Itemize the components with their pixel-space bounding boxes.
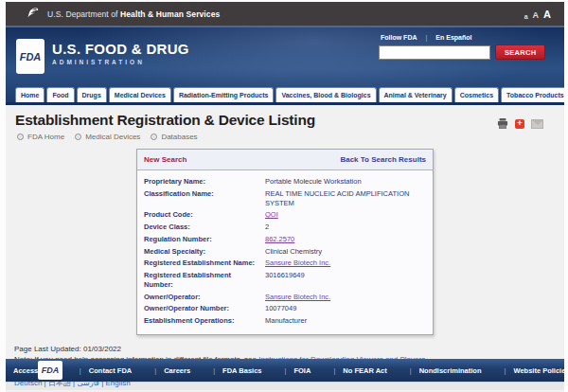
footer-link-foia[interactable]: FOIA	[286, 366, 335, 375]
tab-cosmetics[interactable]: Cosmetics	[454, 87, 499, 102]
header-right: Follow FDA | En Español SEARCH	[379, 34, 541, 60]
dept-bold: Health & Human Services	[120, 9, 220, 19]
font-size-medium-button[interactable]: A	[533, 10, 540, 20]
dept-label: U.S. Department of Health & Human Servic…	[47, 9, 220, 19]
breadcrumb-label: Medical Devices	[85, 133, 140, 141]
footer-link-website-policies[interactable]: Website Policies / Privacy	[506, 366, 568, 375]
field-value: REAL TIME NUCLEIC ACID AMPLIFICATION SYS…	[265, 189, 426, 208]
field-value: Clinical Chemistry	[265, 247, 426, 257]
field-label: Medical Specialty:	[144, 247, 265, 257]
breadcrumb-medical-devices[interactable]: Medical Devices	[75, 133, 140, 141]
footer-link-contact-fda[interactable]: Contact FDA	[81, 366, 156, 375]
agency-name-line2: ADMINISTRATION	[52, 59, 189, 65]
owner-operator-link[interactable]: Sansure Biotech Inc.	[265, 293, 426, 302]
field-value: 3016619649	[265, 271, 426, 290]
breadcrumb-label: Databases	[161, 133, 197, 141]
browser-viewport: U.S. Department of Health & Human Servic…	[0, 0, 568, 392]
fda-page: U.S. Department of Health & Human Servic…	[6, 2, 564, 392]
fda-logo[interactable]: FDA	[16, 39, 44, 74]
header-link-separator: |	[426, 34, 428, 41]
field-label: Classification Name:	[144, 189, 265, 208]
breadcrumb: FDA Home Medical Devices Databases	[6, 129, 564, 141]
agency-name: U.S. FOOD & DRUG ADMINISTRATION	[52, 41, 189, 65]
registered-establishment-name-link[interactable]: Sansure Biotech Inc.	[265, 258, 426, 268]
footer-links: Accessibility Contact FDA Careers FDA Ba…	[6, 366, 568, 375]
font-size-large-button[interactable]: A	[543, 9, 551, 20]
table-row: Product Code: QOI	[144, 210, 426, 220]
device-record-panel: New Search Back To Search Results Propri…	[136, 149, 434, 335]
font-size-small-button[interactable]: a	[524, 13, 528, 20]
footer-link-nondiscrimination[interactable]: Nondiscrimination	[412, 366, 506, 375]
footer-fda-logo[interactable]: FDA	[38, 361, 62, 380]
field-label: Establishment Operations:	[144, 316, 265, 326]
email-icon[interactable]	[531, 119, 543, 129]
page-title: Establishment Registration & Device List…	[6, 105, 564, 129]
share-icon[interactable]: +	[515, 119, 524, 129]
search-bar: SEARCH	[379, 45, 541, 60]
field-label: Device Class:	[144, 223, 265, 232]
field-label: Proprietary Name:	[144, 177, 265, 187]
footer-link-no-fear-act[interactable]: No FEAR Act	[335, 366, 411, 375]
record-table: Proprietary Name: Portable Molecule Work…	[137, 170, 433, 334]
table-row: Medical Specialty: Clinical Chemistry	[144, 247, 426, 257]
field-label: Owner/Operator Number:	[144, 304, 265, 313]
search-button[interactable]: SEARCH	[495, 45, 545, 60]
breadcrumb-fda-home[interactable]: FDA Home	[17, 133, 64, 141]
panel-header: New Search Back To Search Results	[137, 150, 433, 170]
tab-animal-veterinary[interactable]: Animal & Veterinary	[379, 87, 453, 102]
table-row: Registered Establishment Name: Sansure B…	[144, 258, 426, 268]
breadcrumb-bullet-icon	[75, 134, 81, 140]
search-input[interactable]	[379, 45, 490, 60]
table-row: Regulation Number: 862.2570	[144, 235, 426, 244]
regulation-number-link[interactable]: 862.2570	[265, 235, 426, 244]
field-label: Registered Establishment Name:	[144, 258, 265, 268]
field-label: Owner/Operator:	[144, 293, 265, 302]
table-row: Device Class: 2	[144, 223, 426, 232]
field-value: 10077049	[265, 304, 426, 313]
table-row: Owner/Operator: Sansure Biotech Inc.	[144, 293, 426, 302]
dept-prefix: U.S. Department of	[47, 9, 118, 19]
page-action-icons: +	[497, 118, 543, 129]
new-search-link[interactable]: New Search	[144, 155, 186, 164]
product-code-link[interactable]: QOI	[265, 210, 426, 220]
footer-link-careers[interactable]: Careers	[156, 366, 215, 375]
header-links: Follow FDA | En Español	[379, 34, 541, 41]
table-row: Registered Establishment Number: 3016619…	[144, 271, 426, 290]
tab-radiation-emitting-products[interactable]: Radiation-Emitting Products	[173, 87, 275, 102]
field-value: Manufacturer	[265, 316, 426, 326]
hhs-top-bar: U.S. Department of Health & Human Servic…	[6, 2, 564, 26]
main-content: Establishment Registration & Device List…	[6, 105, 564, 359]
print-icon[interactable]	[497, 118, 508, 129]
agency-name-line1: U.S. FOOD & DRUG	[52, 41, 189, 57]
table-row: Proprietary Name: Portable Molecule Work…	[144, 177, 426, 187]
tab-drugs[interactable]: Drugs	[77, 87, 107, 102]
tab-medical-devices[interactable]: Medical Devices	[109, 87, 171, 102]
back-to-search-results-link[interactable]: Back To Search Results	[340, 155, 426, 164]
breadcrumb-label: FDA Home	[27, 133, 64, 141]
field-value: 2	[265, 223, 426, 232]
tab-vaccines-blood-biologics[interactable]: Vaccines, Blood & Biologics	[275, 87, 376, 102]
field-label: Registered Establishment Number:	[144, 271, 265, 290]
last-updated-text: Page Last Updated: 01/03/2022	[14, 344, 555, 355]
tab-home[interactable]: Home	[15, 87, 44, 102]
breadcrumb-databases[interactable]: Databases	[151, 133, 197, 141]
footer-link-fda-basics[interactable]: FDA Basics	[215, 366, 286, 375]
tab-tobacco-products[interactable]: Tobacco Products	[501, 87, 564, 102]
breadcrumb-bullet-icon	[17, 134, 24, 140]
hhs-eagle-icon	[27, 8, 41, 20]
field-label: Product Code:	[144, 210, 265, 220]
table-row: Classification Name: REAL TIME NUCLEIC A…	[144, 189, 426, 208]
en-espanol-link[interactable]: En Español	[435, 34, 471, 41]
font-size-controls: a A A	[524, 9, 557, 20]
breadcrumb-bullet-icon	[151, 134, 157, 140]
table-row: Establishment Operations: Manufacturer	[144, 316, 426, 326]
table-row: Owner/Operator Number: 10077049	[144, 304, 426, 313]
footer-bar: FDA Accessibility Contact FDA Careers FD…	[6, 359, 564, 382]
field-label: Regulation Number:	[144, 235, 265, 244]
tab-food[interactable]: Food	[46, 87, 74, 102]
field-value: Portable Molecule Workstation	[265, 177, 426, 187]
main-nav: Home Food Drugs Medical Devices Radiatio…	[15, 87, 564, 102]
fda-header: FDA U.S. FOOD & DRUG ADMINISTRATION Foll…	[6, 26, 564, 105]
follow-fda-link[interactable]: Follow FDA	[381, 34, 417, 41]
